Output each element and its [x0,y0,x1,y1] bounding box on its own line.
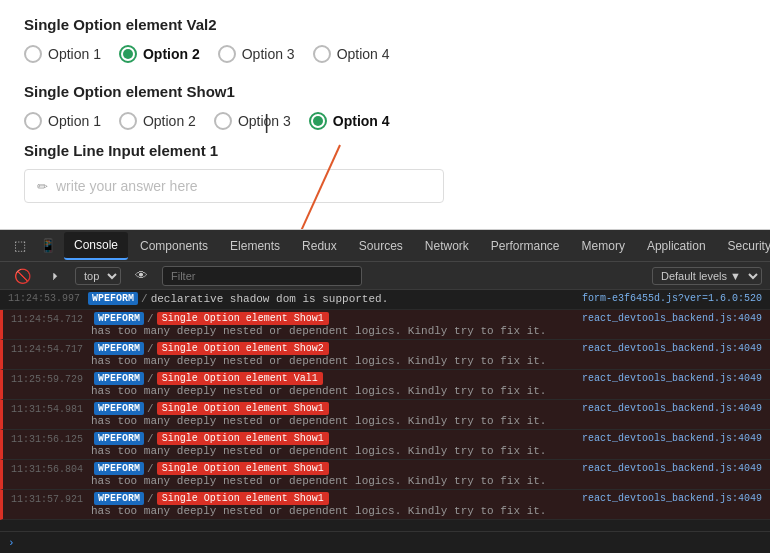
slash: / [147,343,154,355]
tab-performance[interactable]: Performance [481,233,570,259]
element-badge: Single Option element Show1 [157,402,329,415]
radio-label: Option 1 [48,46,101,62]
device-icon-btn[interactable]: 📱 [34,234,62,257]
section-input1: Single Line Input element 1 ✏ write your… [24,142,746,203]
timestamp: 11:24:54.717 [11,343,91,355]
row-main: 11:31:56.125 WPEFORM / Single Option ele… [11,432,762,445]
radio-option[interactable]: Option 3 [218,45,295,63]
radio-circle-selected [119,45,137,63]
radio-option[interactable]: Option 1 [24,112,101,130]
tab-network[interactable]: Network [415,233,479,259]
tab-sources[interactable]: Sources [349,233,413,259]
timestamp: 11:24:53.997 [8,292,88,304]
preserve-log-btn[interactable]: ⏵ [45,266,67,285]
radio-circle-selected [309,112,327,130]
console-row-error: 11:31:56.804 WPEFORM / Single Option ele… [0,460,770,490]
timestamp: 11:25:59.729 [11,373,91,385]
filter-input[interactable] [162,266,362,286]
element-badge: Single Option element Show1 [157,312,329,325]
radio-label: Option 3 [238,113,291,129]
radio-option[interactable]: Option 1 [24,45,101,63]
row-sub: has too many deeply nested or dependent … [11,445,546,457]
element-badge: Single Option element Show1 [157,462,329,475]
radio-label: Option 3 [242,46,295,62]
radio-circle [24,112,42,130]
radio-option[interactable]: Option 2 [119,45,200,63]
row-main: 11:31:56.804 WPEFORM / Single Option ele… [11,462,762,475]
radio-group-val2: Option 1 Option 2 Option 3 Option 4 [24,45,746,63]
console-row-error: 11:24:54.717 WPEFORM / Single Option ele… [0,340,770,370]
text-input-wrapper[interactable]: ✏ write your answer here [24,169,444,203]
row-main: 11:31:57.921 WPEFORM / Single Option ele… [11,492,762,505]
radio-circle [214,112,232,130]
tab-memory[interactable]: Memory [572,233,635,259]
section-val2: Single Option element Val2 Option 1 Opti… [24,16,746,63]
link-text[interactable]: react_devtools_backend.js:4049 [582,343,762,354]
element-badge: Single Option element Show1 [157,492,329,505]
console-input[interactable] [21,536,762,549]
eye-btn[interactable]: 👁 [129,264,154,287]
cursor: ▏ [270,122,272,124]
wpeform-badge: WPEFORM [94,372,144,385]
devtools-panel: ⬚ 📱 Console Components Elements Redux So… [0,230,770,553]
link-text[interactable]: react_devtools_backend.js:4049 [582,403,762,414]
tab-redux[interactable]: Redux [292,233,347,259]
slash: / [147,373,154,385]
tab-security[interactable]: Security [718,233,770,259]
tab-components[interactable]: Components [130,233,218,259]
tab-application[interactable]: Application [637,233,716,259]
link-text[interactable]: react_devtools_backend.js:4049 [582,493,762,504]
element-badge: Single Option element Val1 [157,372,323,385]
row-sub: has too many deeply nested or dependent … [11,505,546,517]
row-main: 11:25:59.729 WPEFORM / Single Option ele… [11,372,762,385]
section-val2-title: Single Option element Val2 [24,16,746,33]
slash: / [147,493,154,505]
link-text[interactable]: react_devtools_backend.js:4049 [582,433,762,444]
radio-circle [218,45,236,63]
console-prompt: › [0,531,770,553]
wpeform-badge: WPEFORM [94,462,144,475]
radio-option[interactable]: Option 4 [313,45,390,63]
plain-text: declarative shadow dom is supported. [151,293,389,305]
devtools-toolbar: ⬚ 📱 Console Components Elements Redux So… [0,230,770,262]
row-sub: has too many deeply nested or dependent … [11,475,546,487]
row-sub: has too many deeply nested or dependent … [11,385,546,397]
pencil-icon: ✏ [37,179,48,194]
element-badge: Single Option element Show2 [157,342,329,355]
link-text[interactable]: react_devtools_backend.js:4049 [582,373,762,384]
slash: / [147,433,154,445]
slash: / [147,313,154,325]
radio-label: Option 2 [143,113,196,129]
section-input1-title: Single Line Input element 1 [24,142,746,159]
radio-option[interactable]: Option 3 [214,112,291,130]
tab-console[interactable]: Console [64,232,128,260]
timestamp: 11:31:56.804 [11,463,91,475]
inspect-icon-btn[interactable]: ⬚ [8,234,32,257]
radio-option[interactable]: Option 4 [309,112,390,130]
filter-bar: 🚫 ⏵ top 👁 Default levels ▼ [0,262,770,290]
link-text[interactable]: react_devtools_backend.js:4049 [582,313,762,324]
wpeform-badge: WPEFORM [94,492,144,505]
prompt-arrow-icon: › [8,537,15,549]
timestamp: 11:31:57.921 [11,493,91,505]
clear-console-btn[interactable]: 🚫 [8,264,37,288]
radio-option[interactable]: Option 2 [119,112,196,130]
radio-circle [119,112,137,130]
wpeform-badge: WPEFORM [94,402,144,415]
link-text[interactable]: react_devtools_backend.js:4049 [582,463,762,474]
radio-group-show1: Option 1 Option 2 Option 3 Option 4 [24,112,746,130]
row-sub: has too many deeply nested or dependent … [11,325,546,337]
top-select[interactable]: top [75,267,121,285]
console-row-error: 11:31:54.981 WPEFORM / Single Option ele… [0,400,770,430]
level-select[interactable]: Default levels ▼ [652,267,762,285]
row-main: 11:24:54.712 WPEFORM / Single Option ele… [11,312,762,325]
slash: / [141,293,148,305]
console-row-error: 11:25:59.729 WPEFORM / Single Option ele… [0,370,770,400]
link-text[interactable]: form-e3f6455d.js?ver=1.6.0:520 [582,293,762,304]
radio-label: Option 4 [333,113,390,129]
content-area: Single Option element Val2 Option 1 Opti… [0,0,770,230]
wpeform-badge: WPEFORM [94,312,144,325]
section-show1-title: Single Option element Show1 [24,83,746,100]
timestamp: 11:24:54.712 [11,313,91,325]
tab-elements[interactable]: Elements [220,233,290,259]
